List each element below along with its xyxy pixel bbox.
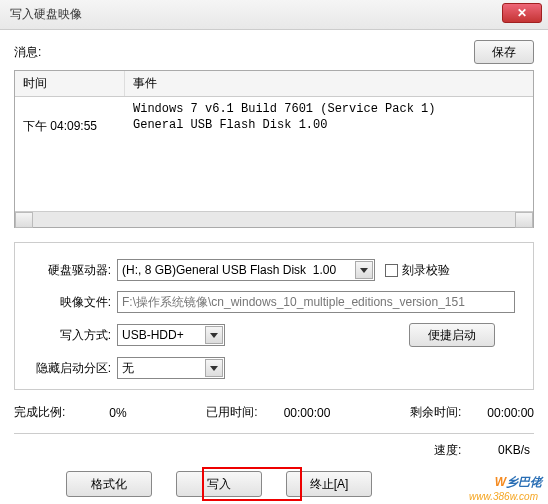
abort-button: 终止[A] xyxy=(286,471,372,497)
speed-label: 速度: xyxy=(434,443,461,457)
log-row: Windows 7 v6.1 Build 7601 (Service Pack … xyxy=(15,101,533,117)
verify-label: 刻录校验 xyxy=(402,262,450,279)
log-header-time: 时间 xyxy=(15,71,125,96)
remain-value: 00:00:00 xyxy=(487,406,534,420)
close-icon: ✕ xyxy=(517,6,527,20)
disk-select[interactable] xyxy=(117,259,375,281)
write-button[interactable]: 写入 xyxy=(176,471,262,497)
image-label: 映像文件: xyxy=(25,294,117,311)
titlebar: 写入硬盘映像 ✕ xyxy=(0,0,548,30)
method-label: 写入方式: xyxy=(25,327,117,344)
format-button[interactable]: 格式化 xyxy=(66,471,152,497)
ratio-label: 完成比例: xyxy=(14,404,65,421)
disk-label: 硬盘驱动器: xyxy=(25,262,117,279)
settings-group: 硬盘驱动器: 刻录校验 映像文件: 写入方式: 便捷启动 xyxy=(14,242,534,390)
log-time xyxy=(15,101,125,117)
remain-label: 剩余时间: xyxy=(410,404,461,421)
action-bar: 格式化 写入 终止[A] 返回 xyxy=(14,471,534,501)
window-title: 写入硬盘映像 xyxy=(10,6,82,23)
hidden-select[interactable] xyxy=(117,357,225,379)
log-header-event: 事件 xyxy=(125,71,533,96)
log-row: 下午 04:09:55 General USB Flash Disk 1.00 xyxy=(15,117,533,136)
save-button[interactable]: 保存 xyxy=(474,40,534,64)
elapsed-value: 00:00:00 xyxy=(284,406,331,420)
log-time: 下午 04:09:55 xyxy=(15,117,125,136)
log-panel: 时间 事件 Windows 7 v6.1 Build 7601 (Service… xyxy=(14,70,534,228)
divider xyxy=(14,433,534,434)
method-select[interactable] xyxy=(117,324,225,346)
log-event: General USB Flash Disk 1.00 xyxy=(125,117,533,136)
image-path-input[interactable] xyxy=(117,291,515,313)
speed-value: 0KB/s xyxy=(498,443,530,457)
quickboot-button[interactable]: 便捷启动 xyxy=(409,323,495,347)
verify-checkbox[interactable]: 刻录校验 xyxy=(385,262,450,279)
checkbox-icon xyxy=(385,264,398,277)
log-event: Windows 7 v6.1 Build 7601 (Service Pack … xyxy=(125,101,533,117)
ratio-value: 0% xyxy=(109,406,126,420)
elapsed-label: 已用时间: xyxy=(206,404,257,421)
close-button[interactable]: ✕ xyxy=(502,3,542,23)
message-label: 消息: xyxy=(14,44,474,61)
hidden-label: 隐藏启动分区: xyxy=(25,360,117,377)
log-scrollbar[interactable] xyxy=(15,211,533,227)
